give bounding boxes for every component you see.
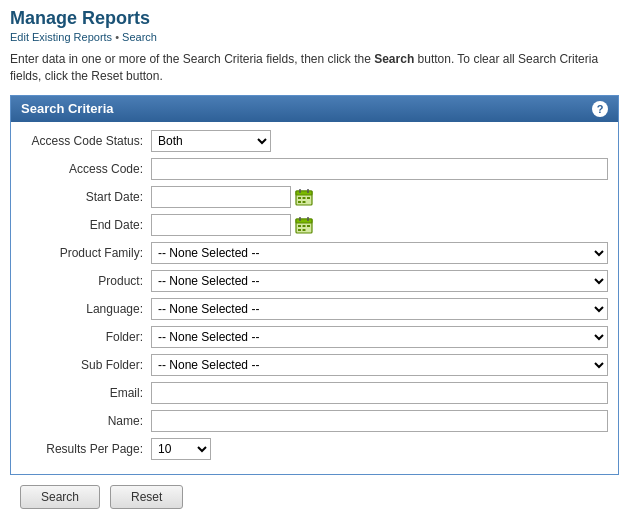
access-code-row: Access Code:	[21, 158, 608, 180]
folder-label: Folder:	[21, 330, 151, 344]
search-criteria-box: Search Criteria ? Access Code Status: Bo…	[10, 95, 619, 475]
folder-control: -- None Selected --	[151, 326, 608, 348]
access-code-control	[151, 158, 608, 180]
instruction-text: Enter data in one or more of the Search …	[10, 51, 619, 85]
start-date-calendar-icon[interactable]	[294, 187, 314, 207]
product-family-row: Product Family: -- None Selected --	[21, 242, 608, 264]
svg-rect-16	[298, 229, 301, 231]
svg-rect-13	[298, 225, 301, 227]
folder-select[interactable]: -- None Selected --	[151, 326, 608, 348]
product-select[interactable]: -- None Selected --	[151, 270, 608, 292]
name-input[interactable]	[151, 410, 608, 432]
access-code-input[interactable]	[151, 158, 608, 180]
end-date-row: End Date:	[21, 214, 608, 236]
end-date-input[interactable]	[151, 214, 291, 236]
start-date-input[interactable]	[151, 186, 291, 208]
sub-folder-label: Sub Folder:	[21, 358, 151, 372]
start-date-label: Start Date:	[21, 190, 151, 204]
sub-folder-control: -- None Selected --	[151, 354, 608, 376]
email-row: Email:	[21, 382, 608, 404]
sub-folder-select[interactable]: -- None Selected --	[151, 354, 608, 376]
svg-rect-14	[303, 225, 306, 227]
product-control: -- None Selected --	[151, 270, 608, 292]
results-per-page-control: 10 25 50 100	[151, 438, 608, 460]
search-criteria-label: Search Criteria	[21, 101, 114, 116]
access-code-status-control: Both Active Inactive	[151, 130, 608, 152]
button-row: Search Reset	[10, 475, 619, 515]
end-date-label: End Date:	[21, 218, 151, 232]
breadcrumb-link-1[interactable]: Edit Existing Reports	[10, 31, 112, 43]
name-label: Name:	[21, 414, 151, 428]
access-code-status-label: Access Code Status:	[21, 134, 151, 148]
access-code-status-row: Access Code Status: Both Active Inactive	[21, 130, 608, 152]
svg-rect-4	[298, 197, 301, 199]
svg-rect-17	[303, 229, 306, 231]
access-code-status-select[interactable]: Both Active Inactive	[151, 130, 271, 152]
svg-rect-6	[307, 197, 310, 199]
sub-folder-row: Sub Folder: -- None Selected --	[21, 354, 608, 376]
language-select[interactable]: -- None Selected --	[151, 298, 608, 320]
email-control	[151, 382, 608, 404]
svg-rect-10	[296, 219, 312, 223]
breadcrumb: Edit Existing Reports • Search	[10, 31, 619, 43]
name-row: Name:	[21, 410, 608, 432]
svg-rect-7	[298, 201, 301, 203]
language-control: -- None Selected --	[151, 298, 608, 320]
email-input[interactable]	[151, 382, 608, 404]
language-label: Language:	[21, 302, 151, 316]
svg-rect-5	[303, 197, 306, 199]
access-code-label: Access Code:	[21, 162, 151, 176]
results-per-page-select[interactable]: 10 25 50 100	[151, 438, 211, 460]
product-row: Product: -- None Selected --	[21, 270, 608, 292]
page-title: Manage Reports	[10, 8, 619, 29]
name-control	[151, 410, 608, 432]
folder-row: Folder: -- None Selected --	[21, 326, 608, 348]
end-date-calendar-icon[interactable]	[294, 215, 314, 235]
end-date-control	[151, 214, 608, 236]
language-row: Language: -- None Selected --	[21, 298, 608, 320]
search-button[interactable]: Search	[20, 485, 100, 509]
start-date-row: Start Date:	[21, 186, 608, 208]
product-label: Product:	[21, 274, 151, 288]
breadcrumb-link-2[interactable]: Search	[122, 31, 157, 43]
results-per-page-label: Results Per Page:	[21, 442, 151, 456]
product-family-label: Product Family:	[21, 246, 151, 260]
start-date-control	[151, 186, 608, 208]
svg-rect-15	[307, 225, 310, 227]
search-criteria-header: Search Criteria ?	[11, 96, 618, 122]
product-family-select[interactable]: -- None Selected --	[151, 242, 608, 264]
product-family-control: -- None Selected --	[151, 242, 608, 264]
svg-rect-1	[296, 191, 312, 195]
reset-button[interactable]: Reset	[110, 485, 183, 509]
email-label: Email:	[21, 386, 151, 400]
help-icon[interactable]: ?	[592, 101, 608, 117]
results-per-page-row: Results Per Page: 10 25 50 100	[21, 438, 608, 460]
svg-rect-8	[303, 201, 306, 203]
